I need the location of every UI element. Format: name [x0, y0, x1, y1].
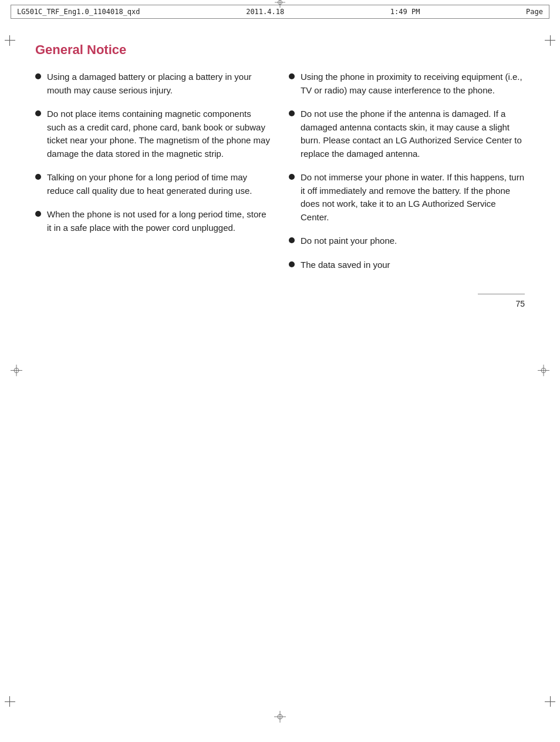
list-item-text: Do not immerse your phone in water. If t…	[301, 171, 525, 224]
left-bullet-list: Using a damaged battery or placing a bat…	[35, 70, 271, 234]
bullet-dot	[289, 261, 295, 267]
header-time: 1:49 PM	[390, 8, 420, 16]
reg-mark-bottom-left	[5, 693, 19, 707]
reg-mark-top-left	[5, 35, 19, 49]
right-crosshair	[538, 364, 549, 378]
bullet-dot	[289, 237, 295, 243]
header-filename: LG501C_TRF_Eng1.0_1104018_qxd	[17, 8, 140, 16]
list-item: Do not immerse your phone in water. If t…	[289, 171, 525, 224]
list-item-text: Using the phone in proximity to receivin…	[301, 70, 525, 97]
page-number: 75	[515, 299, 525, 308]
bullet-dot	[35, 73, 41, 79]
list-item-text: Do not paint your phone.	[301, 234, 397, 248]
header-bar: LG501C_TRF_Eng1.0_1104018_qxd 2011.4.18 …	[11, 5, 549, 19]
list-item: Do not paint your phone.	[289, 234, 525, 248]
list-item-text: Talking on your phone for a long period …	[47, 171, 271, 197]
reg-mark-top-right	[541, 35, 555, 49]
list-item: Using the phone in proximity to receivin…	[289, 70, 525, 97]
list-item-text: When the phone is not used for a long pe…	[47, 208, 271, 234]
list-item: Do not use the phone if the antenna is d…	[289, 108, 525, 160]
section-title: General Notice	[35, 42, 525, 58]
bullet-dot	[289, 174, 295, 180]
list-item: Using a damaged battery or placing a bat…	[35, 70, 271, 97]
bullet-dot	[35, 174, 41, 180]
right-column: Using the phone in proximity to receivin…	[289, 70, 525, 282]
bullet-dot	[289, 110, 295, 116]
footer: 75	[0, 282, 560, 320]
left-crosshair	[11, 364, 22, 378]
two-column-layout: Using a damaged battery or placing a bat…	[35, 70, 525, 282]
bottom-crosshair	[274, 711, 286, 724]
right-bullet-list: Using the phone in proximity to receivin…	[289, 70, 525, 271]
bullet-dot	[289, 73, 295, 79]
list-item-text: Do not place items containing magnetic c…	[47, 108, 271, 160]
page-content: General Notice Using a damaged battery o…	[35, 42, 525, 282]
list-item-text: Do not use the phone if the antenna is d…	[301, 108, 525, 160]
list-item: When the phone is not used for a long pe…	[35, 208, 271, 234]
reg-mark-bottom-right	[541, 693, 555, 707]
list-item: The data saved in your	[289, 258, 525, 272]
list-item-text: The data saved in your	[301, 258, 390, 272]
header-date: 2011.4.18	[246, 8, 284, 16]
bullet-dot	[35, 110, 41, 116]
bullet-dot	[35, 211, 41, 217]
list-item-text: Using a damaged battery or placing a bat…	[47, 70, 271, 97]
header-label: Page	[526, 8, 543, 16]
left-column: Using a damaged battery or placing a bat…	[35, 70, 271, 282]
list-item: Talking on your phone for a long period …	[35, 171, 271, 197]
list-item: Do not place items containing magnetic c…	[35, 108, 271, 160]
footer-line	[478, 294, 525, 294]
